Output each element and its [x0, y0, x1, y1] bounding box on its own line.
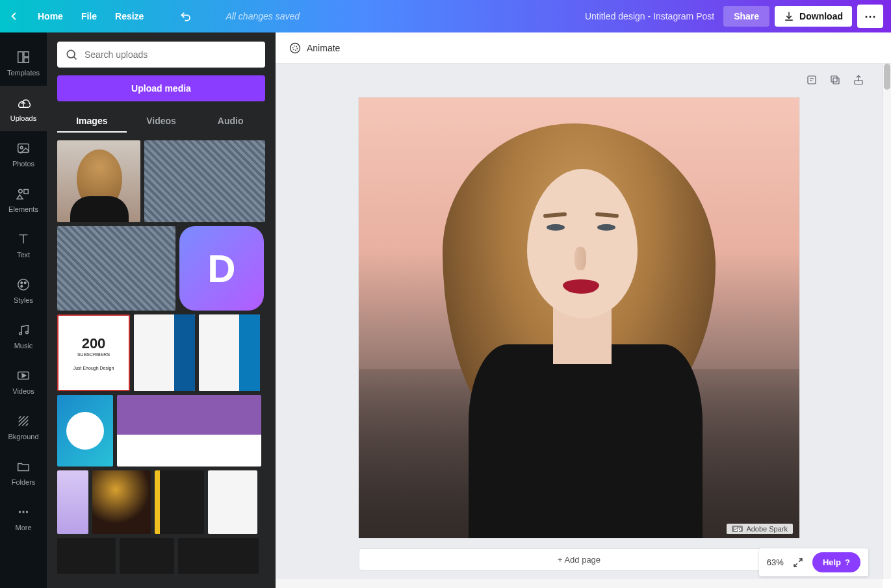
rail-elements[interactable]: Elements: [0, 177, 47, 222]
svg-rect-0: [18, 52, 23, 63]
search-box[interactable]: [57, 42, 265, 68]
more-icon: [16, 504, 31, 520]
svg-rect-2: [24, 58, 29, 62]
resize-menu[interactable]: Resize: [115, 11, 144, 21]
rail-label: Elements: [8, 205, 38, 213]
upload-media-button[interactable]: Upload media: [57, 75, 265, 101]
animate-button[interactable]: Animate: [289, 42, 340, 55]
upload-thumb[interactable]: [57, 395, 113, 467]
upload-thumb[interactable]: [199, 314, 260, 391]
upload-thumb[interactable]: D: [179, 226, 264, 311]
design-page[interactable]: Sp Adobe Spark: [359, 97, 799, 538]
home-menu[interactable]: Home: [38, 11, 63, 21]
rail-folders[interactable]: Folders: [0, 450, 47, 495]
rail-styles[interactable]: Styles: [0, 268, 47, 313]
zoom-bar: 63% Help?: [759, 548, 868, 576]
upload-thumb[interactable]: 200 SUBSCRIBERS Just Enough Design: [57, 314, 130, 391]
styles-icon: [16, 277, 31, 292]
file-menu[interactable]: File: [81, 11, 97, 21]
rail-label: Photos: [12, 160, 34, 168]
upload-thumb[interactable]: [134, 314, 195, 391]
vertical-scrollbar[interactable]: [883, 64, 891, 579]
rail-label: Music: [14, 342, 33, 350]
rail-uploads[interactable]: Uploads: [0, 86, 47, 131]
design-title[interactable]: Untitled design - Instagram Post: [585, 11, 714, 21]
download-label: Download: [799, 11, 843, 21]
add-page-button[interactable]: + Add page: [359, 548, 799, 570]
upload-thumb[interactable]: [120, 538, 174, 574]
help-button[interactable]: Help?: [812, 552, 860, 572]
upload-thumb[interactable]: [57, 140, 140, 222]
rail-videos[interactable]: Videos: [0, 359, 47, 404]
svg-point-12: [21, 285, 23, 287]
duplicate-icon[interactable]: [828, 73, 842, 87]
svg-line-21: [73, 57, 76, 59]
fullscreen-icon[interactable]: [793, 557, 803, 568]
share-page-icon[interactable]: [851, 73, 866, 87]
watermark-badge: Sp: [732, 526, 743, 532]
svg-point-22: [291, 43, 300, 53]
upload-thumb[interactable]: [178, 538, 259, 574]
upload-thumb[interactable]: [92, 470, 151, 534]
left-rail: Templates Uploads Photos Elements Text S…: [0, 32, 47, 588]
svg-marker-8: [17, 195, 23, 199]
upload-thumb[interactable]: [117, 395, 261, 467]
scrollbar-thumb[interactable]: [884, 64, 890, 90]
svg-point-5: [20, 146, 23, 149]
back-arrow-icon[interactable]: [8, 10, 19, 22]
svg-rect-24: [808, 76, 816, 84]
upload-thumb[interactable]: [155, 470, 204, 534]
uploads-grid[interactable]: D 200 SUBSCRIBERS Just Enough Design: [57, 140, 265, 574]
svg-line-28: [799, 559, 802, 562]
menu-left: Home File Resize All changes saved: [8, 10, 300, 23]
share-button[interactable]: Share: [723, 6, 769, 27]
search-input[interactable]: [84, 49, 257, 60]
svg-rect-7: [24, 190, 28, 194]
more-button[interactable]: ⋯: [857, 5, 883, 28]
uploads-icon: [16, 95, 31, 110]
upload-thumb[interactable]: [57, 538, 116, 574]
notes-icon[interactable]: [805, 73, 819, 87]
svg-line-29: [794, 563, 797, 567]
thumb-200-brand: Just Enough Design: [73, 366, 114, 370]
canvas-area[interactable]: Sp Adobe Spark + Add page 63% Help?: [276, 64, 883, 588]
canvas-toolbar: Animate: [276, 32, 891, 64]
upload-thumb[interactable]: [208, 470, 257, 534]
svg-point-6: [19, 190, 23, 194]
rail-background[interactable]: Bkground: [0, 404, 47, 450]
d-icon-letter: D: [207, 246, 235, 291]
tab-audio[interactable]: Audio: [196, 110, 265, 133]
page-actions: [805, 73, 866, 87]
download-button[interactable]: Download: [775, 6, 852, 27]
tab-images[interactable]: Images: [57, 110, 127, 133]
rail-label: Folders: [12, 478, 36, 486]
tab-videos[interactable]: Videos: [127, 110, 196, 133]
rail-label: Videos: [12, 387, 34, 395]
text-icon: [16, 231, 31, 247]
rail-templates[interactable]: Templates: [0, 40, 47, 86]
save-status: All changes saved: [226, 11, 300, 21]
rail-more[interactable]: More: [0, 495, 47, 541]
watermark: Sp Adobe Spark: [727, 524, 793, 534]
search-icon: [65, 48, 78, 61]
svg-point-11: [24, 282, 26, 284]
svg-point-10: [21, 282, 23, 284]
upload-thumb[interactable]: [144, 140, 265, 222]
svg-point-17: [19, 511, 21, 513]
upload-thumb[interactable]: [57, 226, 175, 311]
elements-icon: [16, 186, 31, 201]
rail-music[interactable]: Music: [0, 313, 47, 359]
nose: [575, 247, 586, 270]
horizontal-scrollbar[interactable]: [276, 579, 883, 588]
svg-rect-1: [24, 52, 29, 57]
portrait-subject[interactable]: [417, 97, 742, 538]
eye: [597, 224, 615, 231]
undo-icon[interactable]: [180, 10, 193, 23]
rail-text[interactable]: Text: [0, 222, 47, 268]
photos-icon: [16, 140, 31, 156]
zoom-level[interactable]: 63%: [767, 557, 784, 567]
upload-thumb[interactable]: [57, 470, 88, 534]
uploads-panel: Upload media Images Videos Audio D 200 S…: [47, 32, 276, 588]
svg-point-13: [19, 333, 22, 335]
rail-photos[interactable]: Photos: [0, 131, 47, 177]
